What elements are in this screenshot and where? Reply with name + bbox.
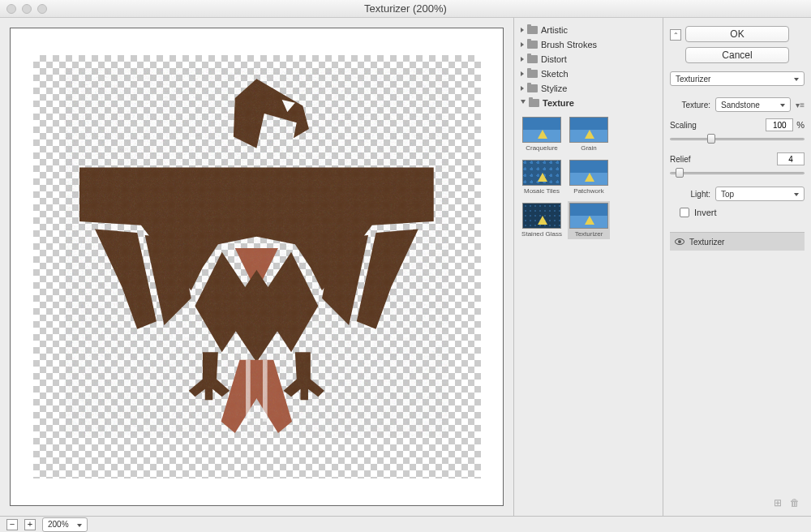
category-distort[interactable]: Distort xyxy=(517,52,659,66)
dropdown-value: Top xyxy=(721,190,734,199)
relief-input[interactable] xyxy=(777,152,805,165)
layer-name: Texturizer xyxy=(689,238,724,247)
category-label: Distort xyxy=(541,54,567,64)
filter-category-panel: Artistic Brush Strokes Distort Sketch St… xyxy=(514,18,663,516)
category-texture[interactable]: Texture xyxy=(517,96,659,110)
layer-footer: ⊞ 🗑 xyxy=(670,495,805,511)
window-title: Texturizer (200%) xyxy=(0,2,811,15)
thumbnail-label: Patchwork xyxy=(573,187,603,195)
preview-pane xyxy=(0,18,514,516)
category-label: Sketch xyxy=(541,69,569,79)
thumb-patchwork[interactable]: Patchwork xyxy=(568,158,610,196)
invert-checkbox[interactable] xyxy=(680,208,689,217)
category-label: Brush Strokes xyxy=(541,40,597,49)
zoom-out-button[interactable]: − xyxy=(6,519,18,530)
thumbnail-image xyxy=(569,203,608,229)
dropdown-value: Texturizer xyxy=(676,75,710,84)
controls-panel: ⌃ OK Cancel Texturizer Texture: Sandston… xyxy=(663,18,811,516)
new-layer-icon[interactable]: ⊞ xyxy=(774,497,782,508)
preview-image xyxy=(64,67,449,437)
texture-flyout-icon[interactable]: ▾≡ xyxy=(796,101,805,109)
category-artistic[interactable]: Artistic xyxy=(517,23,659,37)
category-label: Artistic xyxy=(541,25,568,35)
collapse-panel-icon[interactable]: ⌃ xyxy=(670,29,681,41)
thumbnail-label: Grain xyxy=(581,144,597,152)
zoom-bar: − + 200% xyxy=(0,516,811,532)
zoom-in-button[interactable]: + xyxy=(24,519,36,530)
scaling-slider[interactable] xyxy=(670,133,805,144)
visibility-eye-icon[interactable] xyxy=(675,238,684,245)
effect-layers-panel: Texturizer ⊞ 🗑 xyxy=(670,232,805,511)
thumb-texturizer[interactable]: Texturizer xyxy=(568,201,610,239)
cancel-button[interactable]: Cancel xyxy=(685,47,789,63)
disclosure-triangle-icon xyxy=(521,86,524,91)
filter-thumbnails: Craquelure Grain Mosaic Tiles Patchwork … xyxy=(517,110,659,244)
preview-viewport[interactable] xyxy=(10,28,504,506)
thumbnail-image xyxy=(522,160,561,186)
scaling-unit: % xyxy=(796,120,805,130)
category-stylize[interactable]: Stylize xyxy=(517,81,659,96)
disclosure-triangle-icon xyxy=(521,71,524,76)
effect-layer-row[interactable]: Texturizer xyxy=(670,233,805,251)
relief-slider[interactable] xyxy=(670,167,805,178)
folder-icon xyxy=(529,99,539,107)
titlebar: Texturizer (200%) xyxy=(0,0,811,18)
ok-button[interactable]: OK xyxy=(685,26,789,42)
thumb-stained-glass[interactable]: Stained Glass xyxy=(521,201,563,239)
svg-rect-4 xyxy=(64,67,449,437)
folder-icon xyxy=(527,41,538,49)
category-label: Texture xyxy=(543,98,574,108)
disclosure-triangle-icon xyxy=(521,100,526,106)
folder-icon xyxy=(527,26,538,34)
main-area: Artistic Brush Strokes Distort Sketch St… xyxy=(0,18,811,516)
canvas-checkerboard xyxy=(33,55,481,478)
thumbnail-label: Stained Glass xyxy=(521,230,562,238)
thumbnail-image xyxy=(569,160,608,186)
light-dropdown[interactable]: Top xyxy=(715,187,805,201)
scaling-label: Scaling xyxy=(670,121,697,130)
texture-dropdown[interactable]: Sandstone xyxy=(715,97,791,112)
thumbnail-image xyxy=(522,117,561,143)
category-label: Stylize xyxy=(541,84,567,93)
thumb-craquelure[interactable]: Craquelure xyxy=(521,115,563,153)
category-brush-strokes[interactable]: Brush Strokes xyxy=(517,37,659,52)
dropdown-value: Sandstone xyxy=(721,101,760,109)
thumbnail-image xyxy=(569,117,608,143)
folder-icon xyxy=(527,55,538,63)
disclosure-triangle-icon xyxy=(521,42,524,47)
light-label: Light: xyxy=(670,190,710,199)
relief-label: Relief xyxy=(670,155,691,164)
delete-layer-icon[interactable]: 🗑 xyxy=(790,497,800,508)
texture-label: Texture: xyxy=(670,101,710,109)
invert-label: Invert xyxy=(694,208,717,217)
filter-name-dropdown[interactable]: Texturizer xyxy=(670,71,805,86)
disclosure-triangle-icon xyxy=(521,57,524,62)
scaling-input[interactable] xyxy=(766,118,793,131)
folder-icon xyxy=(527,84,538,92)
folder-icon xyxy=(527,70,538,78)
thumbnail-label: Mosaic Tiles xyxy=(524,187,560,195)
thumbnail-label: Craquelure xyxy=(526,144,558,152)
thumb-grain[interactable]: Grain xyxy=(568,115,610,153)
category-sketch[interactable]: Sketch xyxy=(517,66,659,81)
thumb-mosaic-tiles[interactable]: Mosaic Tiles xyxy=(521,158,563,196)
zoom-level-dropdown[interactable]: 200% xyxy=(42,517,88,532)
dropdown-value: 200% xyxy=(48,520,69,529)
thumbnail-image xyxy=(522,203,561,229)
disclosure-triangle-icon xyxy=(521,28,524,32)
thumbnail-label: Texturizer xyxy=(575,230,603,238)
